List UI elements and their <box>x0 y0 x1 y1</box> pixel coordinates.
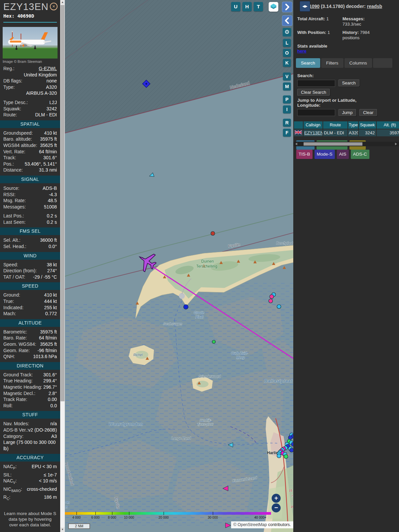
aircraft-table: Callsign Route Type Squawk Alt. (ft) EZY… <box>293 121 399 137</box>
aircraft-marker[interactable] <box>184 305 188 309</box>
map-label: Groote <box>194 311 204 315</box>
map-button-o[interactable]: O <box>283 49 291 57</box>
data-row: Source:ADS-B <box>0 185 60 192</box>
aircraft-photo <box>3 27 58 59</box>
map-button-p[interactable]: P <box>283 95 291 103</box>
badge-mode-s[interactable]: Mode-S <box>315 150 335 159</box>
expand-panel-button[interactable] <box>282 2 292 12</box>
aircraft-marker[interactable] <box>149 173 154 178</box>
scroll-left-icon[interactable] <box>295 143 297 145</box>
map-button-l[interactable]: L <box>283 39 291 47</box>
data-row: Last Pos.:0.2 s <box>0 213 60 219</box>
map-button-r[interactable]: R <box>283 119 291 127</box>
settings-gear-icon[interactable]: ⚙ <box>283 28 291 37</box>
panel-horizontal-scrollbar[interactable] <box>293 142 399 146</box>
stats-available: Stats available here <box>293 44 399 54</box>
map-button-f[interactable]: F <box>283 129 291 137</box>
data-row: Sel. Alt.:36000 ft <box>0 237 60 243</box>
data-row: Groundspeed:410 kt <box>0 130 60 136</box>
data-row: United Kingdom <box>0 72 60 78</box>
toggle-heatmap-button[interactable]: H <box>242 2 252 11</box>
aircraft-marker[interactable] <box>270 295 274 299</box>
data-row: NICBARO:cross-checked <box>0 486 60 494</box>
map-button-m[interactable]: M <box>283 82 291 90</box>
jump-button[interactable]: Jump <box>338 109 356 116</box>
aircraft-marker[interactable] <box>212 340 215 343</box>
badge-tis-b[interactable]: TIS-B <box>296 150 313 159</box>
photo-credit: Image © Bram Steeman <box>3 60 58 64</box>
col-alt[interactable]: Alt. (ft) <box>377 121 399 129</box>
scroll-down-icon[interactable]: ▼ <box>60 527 65 532</box>
col-squawk[interactable]: Squawk <box>359 121 376 129</box>
data-row: Nav. Modes:n/a <box>0 421 60 427</box>
map-label: Richel <box>133 353 143 357</box>
col-callsign[interactable]: Callsign <box>304 121 323 129</box>
registration-link[interactable]: G-EZWL <box>39 66 57 72</box>
aircraft-marker[interactable] <box>211 231 215 235</box>
scrollbar-thumb[interactable] <box>304 142 362 146</box>
aircraft-marker[interactable] <box>277 454 281 458</box>
search-button[interactable]: Search <box>338 79 359 86</box>
aircraft-marker[interactable] <box>277 305 281 309</box>
clear-search-button[interactable]: Clear Search <box>297 89 330 96</box>
map-label: 16 <box>291 505 293 508</box>
data-row: NACP:EPU < 30 m <box>0 464 60 471</box>
map-label: Lange Zand <box>171 436 191 440</box>
data-row: Last Seen:0.2 s <box>0 219 60 225</box>
data-row: QNH:1013.6 hPa <box>0 353 60 360</box>
data-row: Msg. Rate:48.5 <box>0 198 60 204</box>
aircraft-marker[interactable] <box>290 448 293 452</box>
col-type[interactable]: Type <box>348 121 358 129</box>
close-icon[interactable]: × <box>50 3 58 10</box>
map-button-k[interactable]: K <box>283 59 291 67</box>
aircraft-photo-image <box>3 27 58 59</box>
map[interactable]: NederlandFryslânBoschplaatDuinenTerschel… <box>65 0 293 532</box>
table-header-row: Callsign Route Type Squawk Alt. (ft) <box>294 121 399 129</box>
col-route[interactable]: Route <box>323 121 347 129</box>
aircraft-marker[interactable] <box>288 436 292 440</box>
map-label: Hendrik- <box>200 419 211 422</box>
toggle-trails-button[interactable]: T <box>254 2 263 11</box>
scroll-right-icon[interactable] <box>395 143 397 145</box>
data-row: Geom. Rate:-96 ft/min <box>0 347 60 354</box>
aircraft-hex: Hex: 40690D <box>3 13 57 19</box>
data-row: NACV:< 10 m/s <box>0 478 60 486</box>
search-input[interactable] <box>297 80 335 87</box>
tar1090-app: EZY13EN Hex: 40690D × <box>0 0 399 532</box>
collapse-panel-button[interactable] <box>282 15 292 26</box>
map-button-v[interactable]: V <box>283 72 291 80</box>
scroll-up-icon[interactable]: ▲ <box>60 0 65 5</box>
badge-ais[interactable]: AIS <box>337 150 349 159</box>
sidebar-scrollbar[interactable]: ▲ ▼ <box>60 0 65 532</box>
map-label: Grienderwaard <box>199 375 221 378</box>
decoder-link[interactable]: readsb <box>367 4 382 9</box>
row-callsign-link[interactable]: EZY13EN <box>304 130 323 135</box>
panel-resize-button[interactable]: ◀▶ <box>300 1 310 12</box>
map-label: Duinen <box>201 259 214 264</box>
section-header: ACCURACY <box>0 454 60 462</box>
table-row[interactable]: EZY13EN DLM - EDI A320 3242 35975 <box>294 129 399 136</box>
message-rate-value: 733.3/sec <box>342 22 361 27</box>
search-label: Search: <box>297 73 399 78</box>
app-title: tar1090 (3.14.1780) decoder: readsb <box>303 4 382 9</box>
osm-attribution-link[interactable]: © OpenStreetMap <box>233 522 267 527</box>
aircraft-marker[interactable] <box>269 299 273 303</box>
zoom-in-button[interactable]: + <box>272 494 281 503</box>
layers-button[interactable] <box>269 2 278 12</box>
stats-here-link[interactable]: here <box>297 49 306 54</box>
aircraft-marker[interactable] <box>284 455 288 459</box>
data-row: DB flags:none <box>0 78 60 84</box>
scrollbar-thumb[interactable] <box>61 5 65 401</box>
data-row: Direction (from):274° <box>0 268 60 274</box>
badge-ads-c[interactable]: ADS-C <box>351 150 369 159</box>
tab-columns[interactable]: Columns <box>344 58 372 68</box>
jump-clear-button[interactable]: Clear <box>359 109 377 116</box>
toggle-units-button[interactable]: U <box>231 2 240 11</box>
data-row: Geom. WGS84:35625 ft <box>0 341 60 347</box>
tab-filters[interactable]: Filters <box>321 58 343 68</box>
zoom-out-button[interactable]: − <box>272 503 281 512</box>
jump-input[interactable] <box>297 109 335 116</box>
data-row: Pos.:53.406°, 5.141° <box>0 161 60 167</box>
tab-search[interactable]: Search <box>296 58 320 68</box>
map-button-i[interactable]: I <box>283 105 291 113</box>
